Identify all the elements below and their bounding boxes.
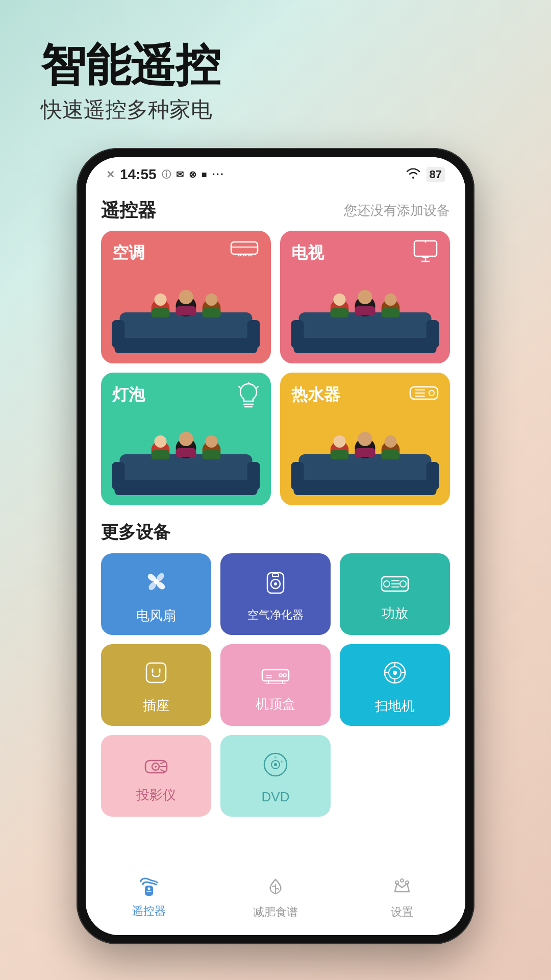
- projector-icon: [142, 752, 170, 779]
- svg-point-31: [385, 293, 397, 306]
- socket-label: 插座: [143, 697, 169, 715]
- svg-point-86: [279, 674, 282, 677]
- settop-label: 机顶盒: [256, 695, 295, 713]
- wifi-icon: [406, 167, 420, 182]
- fan-label: 电风扇: [136, 607, 176, 625]
- svg-point-114: [406, 881, 409, 884]
- heater-icon: [409, 382, 439, 406]
- app-title: 智能遥控: [41, 41, 220, 90]
- svg-rect-59: [427, 462, 439, 490]
- heater-label: 热水器: [291, 384, 340, 406]
- svg-point-76: [400, 581, 406, 587]
- svg-rect-29: [355, 306, 375, 315]
- svg-line-36: [239, 386, 240, 388]
- no-device-hint: 您还没有添加设备: [344, 202, 450, 219]
- svg-point-28: [358, 290, 372, 304]
- svg-rect-47: [176, 448, 196, 457]
- dvd-label: DVD: [262, 789, 290, 805]
- aircon-card[interactable]: 空调: [101, 231, 271, 363]
- svg-point-113: [400, 879, 404, 882]
- light-card[interactable]: 灯泡: [101, 373, 271, 505]
- svg-rect-0: [231, 242, 258, 254]
- svg-rect-21: [294, 338, 437, 353]
- light-icon: [237, 382, 260, 413]
- svg-rect-15: [414, 241, 437, 256]
- svg-rect-62: [331, 450, 349, 459]
- svg-rect-8: [152, 308, 170, 317]
- nav-remote[interactable]: 遥控器: [86, 876, 212, 919]
- projector-button[interactable]: 投影仪: [101, 735, 211, 817]
- settings-nav-icon: [391, 875, 413, 901]
- svg-point-112: [395, 881, 398, 884]
- aircon-sofa: [101, 272, 271, 363]
- vacuum-icon: [382, 659, 408, 690]
- tv-label: 电视: [291, 242, 324, 264]
- svg-rect-41: [247, 462, 260, 490]
- svg-rect-40: [112, 462, 125, 490]
- purifier-label: 空气净化器: [247, 607, 304, 623]
- remote-section-header: 遥控器 您还没有添加设备: [101, 188, 450, 231]
- settop-button[interactable]: 机顶盒: [220, 644, 331, 726]
- app-header: 智能遥控 快速遥控多种家电: [41, 41, 220, 124]
- svg-rect-50: [203, 450, 221, 459]
- purifier-button[interactable]: 空气净化器: [220, 553, 331, 635]
- svg-point-13: [206, 293, 218, 306]
- nav-settings[interactable]: 设置: [339, 875, 465, 920]
- more-section-title: 更多设备: [101, 516, 450, 553]
- svg-point-110: [148, 888, 151, 890]
- svg-point-7: [155, 293, 167, 306]
- aircon-label: 空调: [112, 242, 145, 264]
- svg-rect-14: [203, 308, 221, 317]
- svg-point-64: [358, 432, 372, 446]
- svg-rect-109: [145, 886, 153, 896]
- socket-button[interactable]: 插座: [101, 644, 211, 726]
- svg-point-87: [283, 674, 286, 677]
- diet-nav-icon: [264, 875, 287, 901]
- svg-rect-68: [382, 450, 400, 459]
- heater-card[interactable]: 热水器: [280, 373, 450, 505]
- svg-rect-44: [152, 450, 170, 459]
- tv-icon: [412, 240, 439, 267]
- status-bar: ✕ 14:55 ⓘ ✉ ⊗ ■ ···: [86, 157, 465, 188]
- status-dots: ···: [212, 168, 224, 181]
- svg-point-46: [179, 432, 193, 446]
- battery-level: 87: [427, 167, 445, 182]
- screen-content[interactable]: 遥控器 您还没有添加设备 空调: [86, 188, 465, 866]
- tv-card[interactable]: 电视: [280, 231, 450, 363]
- svg-line-37: [257, 386, 258, 388]
- fan-button[interactable]: 电风扇: [101, 553, 211, 635]
- svg-rect-3: [115, 338, 258, 353]
- light-label: 灯泡: [112, 384, 145, 406]
- svg-point-100: [155, 766, 157, 768]
- phone-mockup: ✕ 14:55 ⓘ ✉ ⊗ ■ ···: [77, 148, 474, 944]
- fan-icon: [142, 568, 170, 600]
- nav-remote-label: 遥控器: [132, 903, 166, 919]
- vacuum-button[interactable]: 扫地机: [340, 644, 450, 726]
- nav-diet[interactable]: 减肥食谱: [212, 875, 339, 920]
- svg-point-67: [385, 435, 397, 448]
- dvd-button[interactable]: DVD: [220, 735, 331, 817]
- svg-point-43: [155, 435, 167, 448]
- dvd-icon: [262, 751, 289, 782]
- svg-rect-65: [355, 448, 375, 457]
- svg-point-52: [429, 390, 434, 396]
- svg-point-61: [334, 435, 346, 448]
- svg-rect-4: [112, 320, 125, 348]
- amplifier-label: 功放: [382, 604, 408, 622]
- svg-point-16: [425, 241, 427, 243]
- remote-section-title: 遥控器: [101, 198, 156, 223]
- svg-rect-5: [247, 320, 260, 348]
- status-time: 14:55: [120, 166, 157, 183]
- app-subtitle: 快速遥控多种家电: [41, 95, 220, 124]
- socket-icon: [143, 660, 169, 690]
- bottom-nav: 遥控器 减肥食谱: [86, 866, 465, 935]
- svg-rect-26: [331, 308, 349, 317]
- amplifier-button[interactable]: 功放: [340, 553, 450, 635]
- phone-screen: ✕ 14:55 ⓘ ✉ ⊗ ■ ···: [86, 157, 465, 935]
- svg-point-72: [274, 582, 277, 585]
- svg-point-75: [384, 581, 390, 587]
- svg-point-93: [393, 671, 397, 675]
- light-sofa: [101, 413, 271, 505]
- svg-rect-39: [115, 480, 258, 495]
- svg-point-25: [334, 293, 346, 306]
